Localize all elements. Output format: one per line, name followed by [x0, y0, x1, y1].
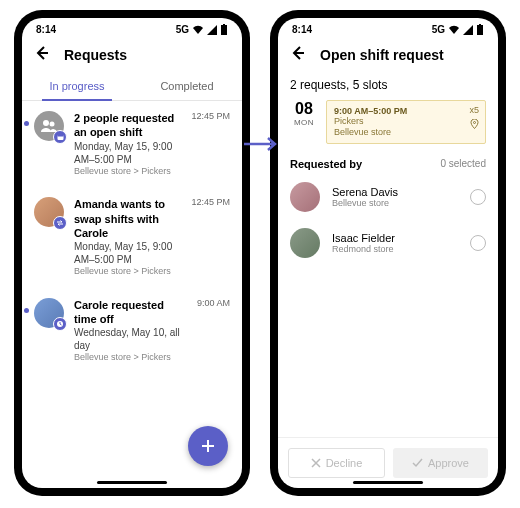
svg-point-9: [474, 122, 476, 124]
home-indicator: [97, 481, 167, 484]
signal-icon: [463, 25, 473, 35]
list-item[interactable]: Amanda wants to swap shifts with Carole …: [22, 187, 242, 288]
avatar: [34, 111, 64, 141]
svg-rect-0: [221, 25, 227, 35]
item-title: Amanda wants to swap shifts with Carole: [74, 197, 181, 240]
signal-icon: [207, 25, 217, 35]
unread-dot-icon: [24, 308, 29, 313]
shift-time: 9:00 AM–5:00 PM: [334, 106, 478, 116]
requester-name: Isaac Fielder: [332, 232, 458, 244]
wifi-icon: [448, 25, 460, 35]
tab-in-progress[interactable]: In progress: [22, 72, 132, 100]
item-meta: Bellevue store > Pickers: [74, 266, 181, 278]
phone-frame-right: 8:14 5G Open shift request 2 requests, 5…: [270, 10, 506, 496]
item-title: Carole requested time off: [74, 298, 187, 327]
back-icon[interactable]: [34, 45, 50, 64]
item-meta: Bellevue store > Pickers: [74, 166, 181, 178]
swap-badge-icon: [53, 216, 67, 230]
requester-store: Bellevue store: [332, 198, 458, 208]
status-time: 8:14: [36, 24, 56, 35]
plus-icon: [199, 437, 217, 455]
svg-point-3: [50, 122, 55, 127]
avatar: [34, 197, 64, 227]
select-radio[interactable]: [470, 235, 486, 251]
flow-arrow-icon: [244, 136, 278, 156]
pin-icon: [470, 119, 479, 131]
tabs: In progress Completed: [22, 72, 242, 101]
tab-completed[interactable]: Completed: [132, 72, 242, 100]
avatar: [34, 298, 64, 328]
check-icon: [412, 458, 423, 468]
requester-row[interactable]: Serena Davis Bellevue store: [278, 174, 498, 220]
header: Open shift request: [278, 37, 498, 72]
item-meta: Bellevue store > Pickers: [74, 352, 187, 364]
battery-icon: [476, 24, 484, 35]
status-icons: 5G: [432, 24, 484, 35]
battery-icon: [220, 24, 228, 35]
shift-card[interactable]: 9:00 AM–5:00 PM Pickers Bellevue store x…: [326, 100, 486, 144]
shift-store: Bellevue store: [334, 127, 478, 138]
wifi-icon: [192, 25, 204, 35]
item-time: 9:00 AM: [197, 298, 230, 364]
svg-rect-1: [223, 24, 225, 25]
item-subtitle: Monday, May 15, 9:00 AM–5:00 PM: [74, 240, 181, 266]
page-title: Open shift request: [320, 47, 444, 63]
shift-count: x5: [469, 105, 479, 115]
back-icon[interactable]: [290, 45, 306, 64]
decline-button[interactable]: Decline: [288, 448, 385, 478]
approve-button[interactable]: Approve: [393, 448, 488, 478]
shift-row: 08 MON 9:00 AM–5:00 PM Pickers Bellevue …: [278, 96, 498, 152]
section-header: Requested by 0 selected: [278, 152, 498, 174]
status-bar: 8:14 5G: [278, 18, 498, 37]
item-subtitle: Monday, May 15, 9:00 AM–5:00 PM: [74, 140, 181, 166]
avatar: [290, 228, 320, 258]
network-label: 5G: [176, 24, 189, 35]
calendar-badge-icon: [53, 130, 67, 144]
shift-role: Pickers: [334, 116, 478, 127]
svg-rect-7: [477, 25, 483, 35]
svg-point-2: [43, 120, 49, 126]
requester-row[interactable]: Isaac Fielder Redmond store: [278, 220, 498, 266]
add-button[interactable]: [188, 426, 228, 466]
date-day: MON: [290, 118, 318, 127]
avatar: [290, 182, 320, 212]
list-item[interactable]: Carole requested time off Wednesday, May…: [22, 288, 242, 374]
item-title: 2 people requested an open shift: [74, 111, 181, 140]
header: Requests: [22, 37, 242, 72]
selection-count: 0 selected: [440, 158, 486, 170]
select-radio[interactable]: [470, 189, 486, 205]
network-label: 5G: [432, 24, 445, 35]
home-indicator: [353, 481, 423, 484]
item-time: 12:45 PM: [191, 197, 230, 278]
status-icons: 5G: [176, 24, 228, 35]
list-item[interactable]: 2 people requested an open shift Monday,…: [22, 101, 242, 187]
page-title: Requests: [64, 47, 127, 63]
time-off-badge-icon: [53, 317, 67, 331]
status-time: 8:14: [292, 24, 312, 35]
section-label: Requested by: [290, 158, 362, 170]
close-icon: [311, 458, 321, 468]
svg-rect-8: [479, 24, 481, 25]
status-bar: 8:14 5G: [22, 18, 242, 37]
requester-name: Serena Davis: [332, 186, 458, 198]
item-subtitle: Wednesday, May 10, all day: [74, 326, 187, 352]
phone-frame-left: 8:14 5G Requests In progress Completed: [14, 10, 250, 496]
requester-store: Redmond store: [332, 244, 458, 254]
date-number: 08: [290, 100, 318, 118]
svg-rect-5: [57, 135, 63, 137]
summary-text: 2 requests, 5 slots: [278, 72, 498, 96]
item-time: 12:45 PM: [191, 111, 230, 177]
date-column: 08 MON: [290, 100, 318, 144]
unread-dot-icon: [24, 121, 29, 126]
